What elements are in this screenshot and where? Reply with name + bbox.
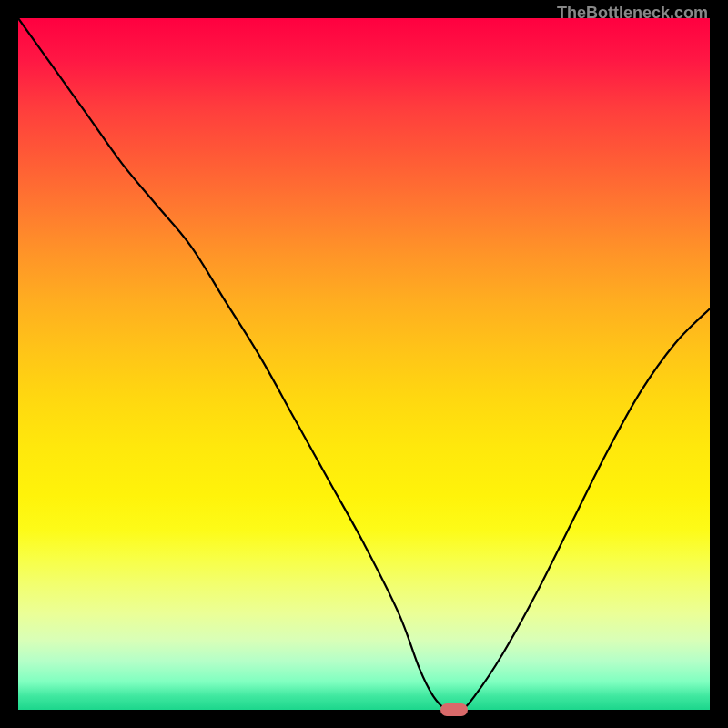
- optimal-point-marker: [440, 703, 468, 716]
- bottleneck-curve: [18, 18, 710, 710]
- watermark-text: TheBottleneck.com: [557, 4, 708, 23]
- chart-container: TheBottleneck.com: [0, 0, 728, 728]
